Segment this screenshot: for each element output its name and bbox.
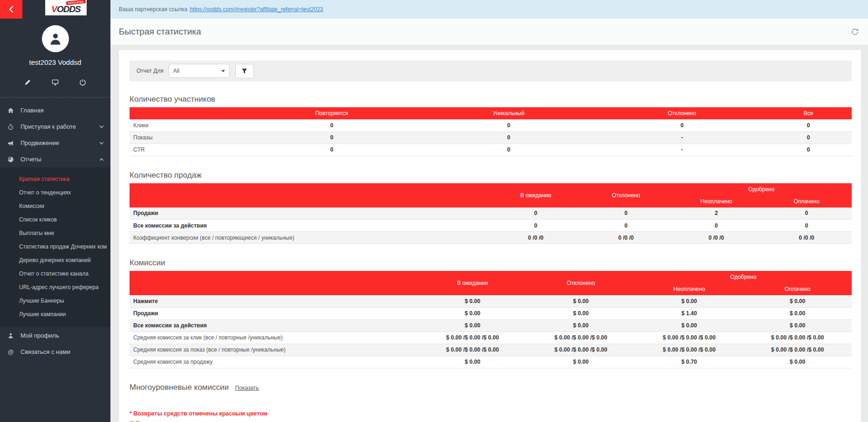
filter-bar: Отчет Для All [130,61,852,81]
submenu-item[interactable]: Лучшие Баннеры [0,294,110,308]
user-icon [48,31,63,47]
cell-value: $ 0.00 [418,307,527,319]
row-label: Средняя комиссия за клик (все / повторны… [130,332,418,344]
participants-table: ПовторяетсяУникальныйОтклоненоВсеКлики00… [130,107,852,156]
cell-value: $ 0.00 [744,295,852,307]
report-for-select[interactable]: All [169,64,230,78]
cell-value: 0 [765,144,852,156]
column-subheader: Неоплачено [671,195,762,208]
edit-pencil-icon[interactable] [24,79,31,86]
cell-value: $ 0.00 /$ 0.00 /$ 0.00 [527,344,636,356]
column-group-header: Одобрено [671,183,852,195]
caret-down-icon [221,70,225,72]
cell-value: 0 [761,208,852,220]
collapse-sidebar-button[interactable] [0,0,22,19]
table-row: Все комиссии за действия0000 [130,220,852,232]
cell-value: $ 1.40 [635,307,744,319]
row-label: Все комиссии за действия [130,319,418,332]
row-label: Клики [130,119,245,131]
affiliate-link-bar: Ваша партнерская ссылка https://vodds.co… [110,0,868,19]
cell-value: $ 0.00 [744,319,852,332]
power-icon[interactable] [79,79,86,86]
submenu-item[interactable]: Отчет о статистике канала [0,267,110,281]
table-row: Средняя комиссия за показ (все / повторн… [130,344,852,356]
main-area: Ваша партнерская ссылка https://vodds.co… [110,0,868,422]
submenu-item[interactable]: Комиссии [0,200,110,213]
page-header: Быстрая статистика [110,19,868,45]
sidebar-item-home[interactable]: Главная [0,102,110,118]
sidebar-item-contact-us[interactable]: @ Связаться с нами [0,344,110,360]
submenu-item[interactable]: Лучшие кампании [0,308,110,321]
multi-tier-section: Многоуровневые комиссии Показать [130,382,852,393]
profile-actions [0,79,110,86]
sales-table: В ожиданииОтклоненоОдобреноНеоплаченоОпл… [130,183,852,244]
chevron-up-icon [99,157,104,162]
cell-value: 0 /0 /0 [491,232,581,244]
row-label: Нажмите [130,295,418,307]
row-label: Все комиссии за действия [130,220,491,232]
cell-value: 0 [599,119,765,131]
at-sign-icon: @ [7,349,14,355]
chevron-down-icon [99,125,104,129]
submenu-item[interactable]: Дерево дочерних компаний [0,254,110,267]
vodds-logo[interactable]: VODDS AFFILIATES [45,0,87,15]
sidebar-item-getting-started[interactable]: Приступая к работе [0,118,110,135]
submenu-item[interactable]: Отчет о тенденциях [0,186,110,200]
footnotes: * Возвраты средств отмечены красным цвет… [130,409,852,422]
submenu-item[interactable]: URL-адрес лучшего реферера [0,281,110,294]
sidebar-item-promotion[interactable]: Продвижение [0,135,110,151]
table-row: Показы00-0 [130,131,852,144]
apply-filter-button[interactable] [235,64,254,78]
cell-value: 0 [761,220,852,232]
affiliate-link[interactable]: https://vodds.com/#register?affiliate_re… [190,6,323,13]
submenu-item[interactable]: Краткая статистика [0,173,110,186]
section-title-commissions: Комиссии [130,258,852,268]
sidebar-item-reports[interactable]: Отчеты [0,151,110,167]
table-row: Средняя комиссия за клик (все / повторны… [130,332,852,344]
sidebar-divider [0,97,110,97]
cell-value: $ 0.00 [744,356,852,368]
refresh-icon[interactable] [851,28,859,35]
column-subheader: Неоплачено [635,283,744,295]
submenu-item[interactable]: Статистика продаж Дочерних ком [0,240,110,254]
submenu-item[interactable]: Выплаты мне [0,227,110,240]
cell-value: 0 /0 /0 [671,232,762,244]
table-row: Продажи$ 0.00$ 0.00$ 1.40$ 0.00 [130,307,852,319]
reports-submenu: Краткая статистика Отчет о тенденциях Ко… [0,167,110,327]
cell-value: 0 [418,119,599,131]
cell-value: $ 0.00 /$ 0.00 /$ 0.00 [635,332,744,344]
column-subheader: Оплачено [744,283,852,295]
monitor-icon[interactable] [52,79,59,86]
footnote-chargebacks: ** Возвратные платежи отмечены оранжевым… [130,419,852,422]
column-header: Отклонено [527,271,636,295]
column-header: В ожидании [491,183,581,208]
cell-value: $ 0.00 /$ 0.00 /$ 0.00 [744,344,852,356]
table-row: Нажмите$ 0.00$ 0.00$ 0.00$ 0.00 [130,295,852,307]
sidebar-item-my-profile[interactable]: Мой профиль [0,327,110,344]
column-header: Все [765,107,852,119]
row-label: Средняя комиссия за показ (все / повторн… [130,344,418,356]
cell-value: $ 0.00 [418,295,527,307]
show-link[interactable]: Показать [235,385,259,391]
cell-value: 0 [491,208,581,220]
cell-value: $ 0.70 [635,356,744,368]
cell-value: 0 [245,131,418,144]
cell-value: $ 0.00 [418,319,527,332]
submenu-item[interactable]: Список кликов [0,213,110,227]
column-header: Повторяется [245,107,418,119]
cell-value: 0 [418,144,599,156]
avatar[interactable] [42,25,69,52]
logo-text: VODDS [51,3,81,15]
cell-value: $ 0.00 [527,295,636,307]
column-header: Отклонено [599,107,765,119]
cell-value: 0 [491,220,581,232]
cell-value: 0 [418,131,599,144]
section-title-sales: Количество продаж [130,170,852,180]
affiliate-link-label: Ваша партнерская ссылка [119,6,187,13]
header-spacer [130,183,491,208]
sidebar-top: VODDS AFFILIATES [0,0,110,19]
cell-value: 0 [765,131,852,144]
report-for-label: Отчет Для [137,68,164,74]
cell-value: $ 0.00 /$ 0.00 /$ 0.00 [635,344,744,356]
select-value: All [173,68,179,74]
